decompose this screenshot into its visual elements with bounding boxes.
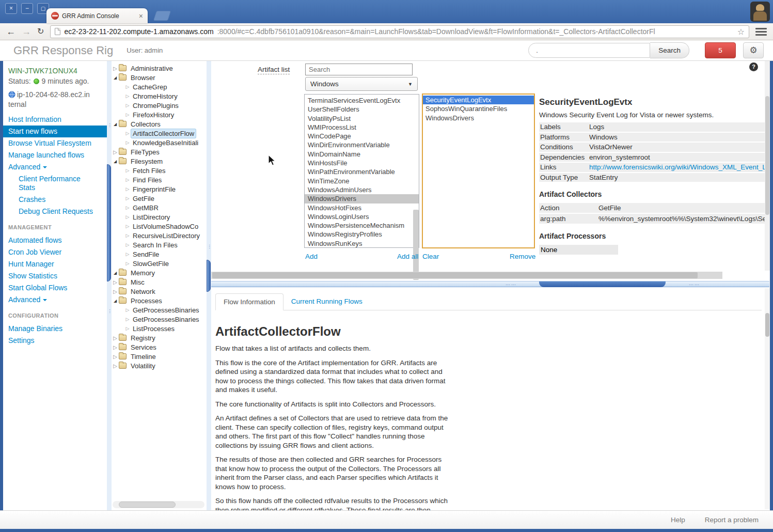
- artifact-option[interactable]: TerminalServicesEventLogEvtx: [305, 96, 419, 105]
- artifact-option[interactable]: WinPathEnvironmentVariable: [305, 167, 419, 176]
- tree-node[interactable]: Filesystem: [112, 157, 207, 166]
- flow-scroll-thumb[interactable]: [765, 313, 769, 337]
- search-button[interactable]: Search: [650, 42, 689, 58]
- tree-expander-icon[interactable]: [124, 93, 131, 99]
- tree-node[interactable]: Services: [112, 342, 207, 352]
- selected-artifacts-list[interactable]: SecurityEventLogEvtxSophosWinQuarantineF…: [422, 93, 535, 248]
- back-button[interactable]: [6, 27, 15, 36]
- forward-button[interactable]: [22, 27, 31, 36]
- sidebar-nav-item[interactable]: Hunt Manager: [8, 258, 107, 270]
- sidebar-nav-item[interactable]: Client Performance Stats: [8, 173, 107, 194]
- splitter-grip-icon[interactable]: [506, 282, 517, 287]
- tree-expander-icon[interactable]: [112, 75, 119, 80]
- tree-expander-icon[interactable]: [112, 335, 119, 341]
- tree-expander-icon[interactable]: [124, 168, 131, 173]
- tree-node[interactable]: FirefoxHistory: [112, 110, 207, 119]
- tree-expander-icon[interactable]: [124, 317, 131, 322]
- tree-node[interactable]: FileTypes: [112, 147, 207, 157]
- artifact-option[interactable]: WindowsPersistenceMechanism: [305, 221, 419, 230]
- tree-expander-icon[interactable]: [124, 242, 131, 247]
- sidebar-nav-item[interactable]: Advanced: [8, 294, 107, 306]
- tree-expander-icon[interactable]: [124, 131, 131, 136]
- sidebar-splitter[interactable]: [107, 61, 112, 510]
- artifact-option[interactable]: WinHostsFile: [305, 159, 419, 167]
- tree-node[interactable]: GetFile: [112, 194, 207, 203]
- artifact-option[interactable]: WindowsRegistryProfiles: [305, 230, 419, 239]
- tree-expander-icon[interactable]: [112, 66, 119, 71]
- artifact-option[interactable]: WindowsAdminUsers: [305, 185, 419, 194]
- tree-expander-icon[interactable]: [112, 289, 119, 294]
- tree-expander-icon[interactable]: [124, 326, 131, 331]
- flow-tab[interactable]: Flow Information: [215, 293, 283, 310]
- tree-node[interactable]: ListDirectory: [112, 212, 207, 222]
- sidebar-nav-item[interactable]: Settings: [8, 335, 107, 347]
- sidebar-nav-item[interactable]: Cron Job Viewer: [8, 246, 107, 258]
- tree-expander-icon[interactable]: [124, 205, 131, 210]
- tree-node[interactable]: Browser: [112, 73, 207, 82]
- artifact-option[interactable]: WinDirEnvironmentVariable: [305, 140, 419, 149]
- splitter-handle[interactable]: [539, 281, 666, 287]
- artifact-option[interactable]: WinDomainName: [305, 150, 419, 159]
- flow-tab[interactable]: Current Running Flows: [283, 293, 370, 310]
- tree-expander-icon[interactable]: [124, 196, 131, 201]
- tree-expander-icon[interactable]: [124, 233, 131, 238]
- tree-node[interactable]: Fetch Files: [112, 166, 207, 175]
- tree-node[interactable]: GetProcessesBinaries: [112, 305, 207, 315]
- tree-expander-icon[interactable]: [124, 112, 131, 117]
- url-bar[interactable]: ec2-23-22-11-202.compute-1.amazonaws.com…: [50, 25, 749, 38]
- selected-artifact-option[interactable]: SophosWinQuarantineFiles: [423, 104, 534, 113]
- artifact-list-scroll-thumb[interactable]: [413, 210, 419, 280]
- tree-expander-icon[interactable]: [124, 186, 131, 192]
- tab-close-icon[interactable]: [139, 12, 143, 20]
- reload-button[interactable]: [37, 27, 44, 36]
- tree-scroll-thumb[interactable]: [119, 502, 176, 508]
- tree-node[interactable]: Memory: [112, 268, 207, 277]
- artifact-option[interactable]: VolatilityPsList: [305, 114, 419, 123]
- add-all-button[interactable]: Add all: [397, 253, 418, 260]
- sidebar-nav-item[interactable]: Manage launched flows: [8, 149, 107, 161]
- artifact-option[interactable]: UserShellFolders: [305, 105, 419, 114]
- client-hostname[interactable]: WIN-JTWK71ONUX4: [8, 67, 107, 75]
- tree-node[interactable]: CacheGrep: [112, 82, 207, 91]
- sidebar-nav-item[interactable]: Show Statistics: [8, 270, 107, 282]
- remove-button[interactable]: Remove: [510, 253, 535, 260]
- tree-expander-icon[interactable]: [124, 261, 131, 266]
- tree-expander-icon[interactable]: [124, 84, 131, 89]
- tree-node[interactable]: Network: [112, 287, 207, 296]
- tree-node[interactable]: GetMBR: [112, 203, 207, 212]
- sidebar-nav-item[interactable]: Start new flows: [3, 126, 107, 137]
- clear-button[interactable]: Clear: [422, 253, 439, 260]
- sidebar-nav-item[interactable]: Crashes: [8, 194, 107, 206]
- tree-expander-icon[interactable]: [112, 299, 119, 303]
- artifact-option[interactable]: WindowsDrivers: [305, 194, 419, 203]
- report-problem-link[interactable]: Report a problem: [705, 516, 759, 524]
- picker-scroll-thumb[interactable]: [212, 272, 698, 278]
- tree-node[interactable]: GetProcessesBinaries: [112, 315, 207, 324]
- splitter-grip-icon[interactable]: [689, 282, 700, 287]
- tree-node[interactable]: Processes: [112, 296, 207, 305]
- tree-expander-icon[interactable]: [112, 149, 119, 155]
- info-scroll-thumb[interactable]: [765, 96, 769, 215]
- artifact-search-input[interactable]: [305, 64, 413, 75]
- tree-node[interactable]: Misc: [112, 277, 207, 287]
- tree-node[interactable]: SlowGetFile: [112, 259, 207, 268]
- tree-expander-icon[interactable]: [124, 307, 131, 312]
- tree-expander-icon[interactable]: [124, 214, 131, 220]
- horizontal-splitter[interactable]: [211, 281, 769, 287]
- artifact-option[interactable]: WinTimeZone: [305, 177, 419, 185]
- sidebar-nav-item[interactable]: Manage Binaries: [8, 323, 107, 335]
- artifact-option[interactable]: WMIProcessList: [305, 123, 419, 132]
- tree-splitter[interactable]: [207, 61, 211, 510]
- artifact-option[interactable]: WindowsLoginUsers: [305, 212, 419, 221]
- selected-artifact-option[interactable]: SecurityEventLogEvtx: [423, 96, 534, 104]
- tree-expander-icon[interactable]: [112, 354, 119, 359]
- tree-node[interactable]: Collectors: [112, 119, 207, 129]
- tree-node[interactable]: Find Files: [112, 175, 207, 184]
- sidebar-nav-item[interactable]: Automated flows: [8, 234, 107, 246]
- tree-expander-icon[interactable]: [112, 159, 119, 164]
- tree-node[interactable]: ArtifactCollectorFlow: [112, 129, 207, 138]
- splitter-handle[interactable]: [107, 164, 111, 281]
- settings-gear-icon[interactable]: [743, 42, 764, 58]
- selected-artifact-option[interactable]: WindowsDrivers: [423, 114, 534, 122]
- tree-node[interactable]: Administrative: [112, 64, 207, 73]
